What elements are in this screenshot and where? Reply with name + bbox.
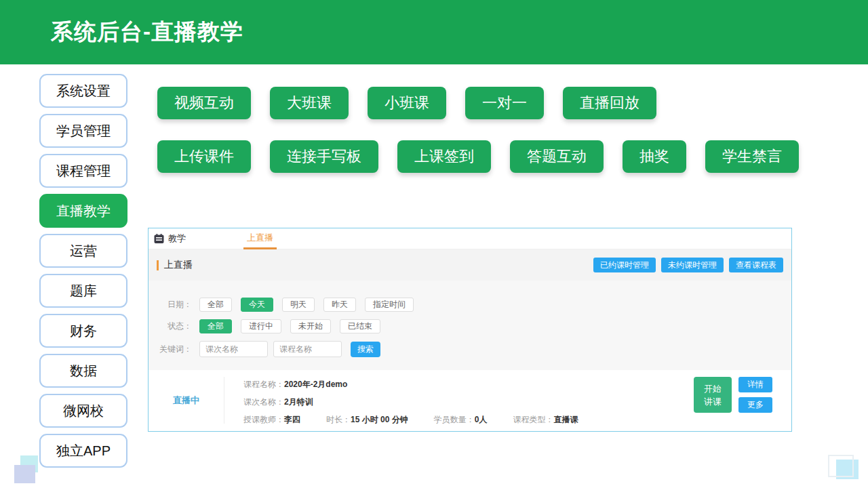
date-option-custom[interactable]: 指定时间 <box>365 298 414 312</box>
sidebar-item-operations[interactable]: 运营 <box>39 234 127 268</box>
course-name-line: 课程名称： 2020年-2月demo <box>243 375 694 393</box>
lesson-name-input[interactable] <box>199 341 268 357</box>
search-button[interactable]: 搜索 <box>351 342 380 357</box>
decor-square-outline-right <box>828 455 854 477</box>
page-title: 系统后台-直播教学 <box>51 17 243 47</box>
status-option-ended[interactable]: 已结束 <box>340 319 380 333</box>
feature-row-2: 上传课件 连接手写板 上课签到 答题互动 抽奖 学生禁言 <box>157 140 799 173</box>
start-teaching-button[interactable]: 开始讲课 <box>694 377 732 413</box>
course-details: 课程名称： 2020年-2月demo 课次名称： 2月特训 授课教师： 李四 时… <box>224 370 694 430</box>
sidebar-item-student-management[interactable]: 学员管理 <box>39 114 127 148</box>
filter-area: 日期： 全部 今天 明天 昨天 指定时间 状态： 全部 进行中 未开始 已结束 … <box>149 281 791 370</box>
decor-square-lavender-left <box>14 465 35 483</box>
sidebar-item-standalone-app[interactable]: 独立APP <box>39 434 127 468</box>
tab-go-live[interactable]: 上直播 <box>243 228 277 249</box>
page-header: 系统后台-直播教学 <box>0 0 868 64</box>
row-actions: 开始讲课 详情 更多 <box>694 370 791 430</box>
sidebar-item-finance[interactable]: 财务 <box>39 314 127 348</box>
sidebar-item-question-bank[interactable]: 题库 <box>39 274 127 308</box>
course-name-input[interactable] <box>273 341 342 357</box>
feature-upload-courseware[interactable]: 上传课件 <box>157 140 251 173</box>
sidebar-item-micro-school[interactable]: 微网校 <box>39 394 127 428</box>
course-name-value: 2020年-2月demo <box>284 379 347 390</box>
feature-large-class[interactable]: 大班课 <box>270 87 349 119</box>
section-title-wrap: 上直播 <box>157 259 193 271</box>
unbooked-hours-button[interactable]: 未约课时管理 <box>661 258 724 272</box>
course-type-value: 直播课 <box>553 414 578 426</box>
feature-row-1: 视频互动 大班课 小班课 一对一 直播回放 <box>157 87 799 119</box>
detail-button[interactable]: 详情 <box>738 377 772 392</box>
start-teaching-label: 开始讲课 <box>703 382 722 408</box>
keyword-filter-label: 关键词： <box>158 344 192 355</box>
feature-one-on-one[interactable]: 一对一 <box>465 87 544 119</box>
date-option-all[interactable]: 全部 <box>199 298 232 312</box>
status-option-not-started[interactable]: 未开始 <box>290 319 331 333</box>
live-status-badge: 直播中 <box>149 377 224 424</box>
status-option-ongoing[interactable]: 进行中 <box>241 319 281 333</box>
lesson-name-value: 2月特训 <box>284 396 313 408</box>
sidebar-item-data[interactable]: 数据 <box>39 354 127 388</box>
panel-subheader: 上直播 已约课时管理 未约课时管理 查看课程表 <box>149 249 791 281</box>
feature-class-checkin[interactable]: 上课签到 <box>397 140 491 173</box>
feature-lucky-draw[interactable]: 抽奖 <box>623 140 686 173</box>
keyword-filter-row: 关键词： 搜索 <box>158 341 791 357</box>
live-admin-panel: 教学 上直播 上直播 已约课时管理 未约课时管理 查看课程表 日期： 全部 今天… <box>148 228 792 432</box>
duration-value: 15 小时 00 分钟 <box>351 414 408 426</box>
students-label: 学员数量： <box>434 414 475 426</box>
duration-label: 时长： <box>326 414 351 426</box>
teacher-value: 李四 <box>284 414 300 426</box>
sidebar-item-course-management[interactable]: 课程管理 <box>39 154 127 188</box>
lesson-name-line: 课次名称： 2月特训 <box>243 393 694 411</box>
view-schedule-button[interactable]: 查看课程表 <box>729 258 783 272</box>
sidebar: 系统设置 学员管理 课程管理 直播教学 运营 题库 财务 数据 微网校 独立AP… <box>39 74 127 468</box>
subheader-actions: 已约课时管理 未约课时管理 查看课程表 <box>593 258 783 272</box>
date-option-yesterday[interactable]: 昨天 <box>323 298 356 312</box>
booked-hours-button[interactable]: 已约课时管理 <box>593 258 656 272</box>
feature-video-interaction[interactable]: 视频互动 <box>157 87 251 119</box>
sidebar-item-live-teaching[interactable]: 直播教学 <box>39 194 127 228</box>
feature-student-mute[interactable]: 学生禁言 <box>705 140 799 173</box>
course-name-label: 课程名称： <box>243 379 284 390</box>
date-filter-label: 日期： <box>158 299 192 310</box>
status-filter-row: 状态： 全部 进行中 未开始 已结束 <box>158 319 791 333</box>
date-option-today[interactable]: 今天 <box>241 298 273 312</box>
sidebar-item-system-settings[interactable]: 系统设置 <box>39 74 127 108</box>
status-filter-label: 状态： <box>158 321 192 332</box>
panel-tabbar: 教学 上直播 <box>149 228 791 249</box>
calendar-icon <box>154 234 164 244</box>
feature-connect-tablet[interactable]: 连接手写板 <box>270 140 378 173</box>
date-filter-row: 日期： 全部 今天 明天 昨天 指定时间 <box>158 298 791 312</box>
section-title: 上直播 <box>164 259 193 271</box>
students-value: 0人 <box>475 414 488 426</box>
more-button[interactable]: 更多 <box>738 397 772 413</box>
lesson-name-label: 课次名称： <box>243 396 284 408</box>
feature-quiz-interaction[interactable]: 答题互动 <box>510 140 604 173</box>
date-option-tomorrow[interactable]: 明天 <box>282 298 315 312</box>
feature-small-class[interactable]: 小班课 <box>368 87 446 119</box>
course-type-label: 课程类型： <box>513 414 553 426</box>
feature-live-replay[interactable]: 直播回放 <box>563 87 656 119</box>
row-action-column: 详情 更多 <box>738 377 772 430</box>
section-accent-bar <box>157 260 159 270</box>
course-row: 直播中 课程名称： 2020年-2月demo 课次名称： 2月特训 授课教师： … <box>149 370 791 430</box>
panel-app-label: 教学 <box>168 232 186 245</box>
feature-buttons: 视频互动 大班课 小班课 一对一 直播回放 上传课件 连接手写板 上课签到 答题… <box>157 87 799 194</box>
course-meta-line: 授课教师： 李四 时长： 15 小时 00 分钟 学员数量： 0人 课程类型： … <box>243 411 694 428</box>
teacher-label: 授课教师： <box>243 414 284 426</box>
status-option-all[interactable]: 全部 <box>199 319 232 333</box>
